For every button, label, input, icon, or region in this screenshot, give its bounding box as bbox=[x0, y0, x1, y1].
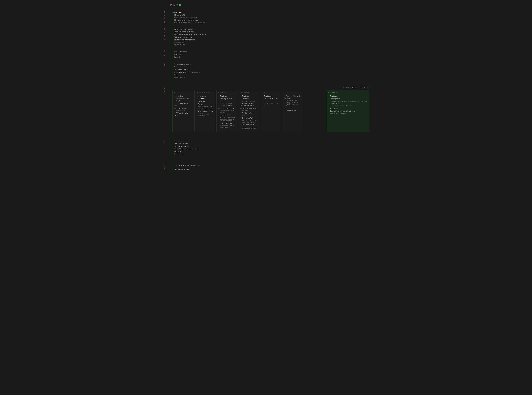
hp-col-2-title: BAR / HAPPY HOUR bbox=[196, 92, 214, 94]
hp-c1-i4: See TLT in action bbox=[174, 107, 192, 110]
visitor-guide-label: VISITOR GUIDE bbox=[163, 26, 166, 42]
hp-col-bar: BAR / HAPPY HOUR Hero image Buy ticket D… bbox=[195, 90, 215, 132]
faq-bottom-sidebar: FAQ bbox=[163, 138, 170, 158]
hp-c5-buy[interactable]: Buy ticket bbox=[262, 95, 280, 97]
page-title: HOME bbox=[170, 3, 181, 6]
faq-b-3: TLT related questions bbox=[173, 145, 369, 147]
vg-item-3: Non-Travel Professional Groups of 20 and… bbox=[173, 33, 369, 36]
press-label: PRESS bbox=[163, 49, 166, 57]
hp-c2-buy[interactable]: Buy ticket bbox=[196, 98, 214, 100]
press-sidebar: PRESS bbox=[163, 49, 170, 61]
hp-c7-i4: Pricing table bbox=[328, 107, 368, 110]
home-content-sidebar: HOME CONTENT bbox=[163, 9, 170, 26]
hp-col-deals: DEALS Buy ticket List of available deals… bbox=[261, 90, 281, 132]
hp-c2-i3: Description bbox=[196, 100, 214, 103]
hp-c3-i6: Gallery for activities bbox=[218, 122, 236, 124]
hp-c3-buy[interactable]: Buy ticket bbox=[218, 95, 236, 97]
visitor-guide-main: Blurb + link to event website Travel Pro… bbox=[170, 26, 369, 49]
hp-c1-i5: TLT specific social media bbox=[174, 112, 192, 116]
faq-sidebar: FAQ bbox=[163, 61, 170, 81]
hp-c7-i3: Address + map bbox=[328, 103, 368, 105]
faq-bottom-section: FAQ Tickets related questions Visit rela… bbox=[163, 138, 369, 158]
faq-b-4: Group & Event rental related questions bbox=[173, 148, 369, 150]
page-title-row: HOME bbox=[163, 3, 369, 6]
faq-bottom-label: FAQ bbox=[163, 138, 166, 144]
faq-bottom-main: Tickets related questions Visit related … bbox=[170, 138, 369, 158]
home-content-main: Buy ticket Blurb about 360 Learn more li… bbox=[170, 9, 369, 26]
vg-item-2: Travel Professionals Information bbox=[173, 31, 369, 33]
social-block: YouTube, Instagram, Facebook, Twitter Wi… bbox=[173, 162, 369, 173]
hp-c4-buy[interactable]: Buy ticket bbox=[240, 95, 258, 97]
social-item-2: With blurb about WFST bbox=[173, 169, 369, 170]
hp-col-blog: BLOG Access to different blog categories… bbox=[282, 90, 303, 132]
faq-section-top: FAQ Tickets related questions Visit rela… bbox=[163, 61, 369, 81]
blurb-360-item: Blurb about 360 bbox=[173, 14, 369, 16]
hp-c4-i2: Description bbox=[240, 98, 258, 100]
faq-bottom-block: Tickets related questions Visit related … bbox=[173, 138, 369, 158]
buy-ticket-item[interactable]: Buy ticket bbox=[173, 11, 369, 14]
homepage-sidebar: HOMEPAGE bbox=[163, 84, 170, 136]
hp-c4-i5: Building fun facts bbox=[240, 112, 258, 114]
hp-c3-i2: Showing upcoming activities bbox=[218, 98, 236, 102]
home-content-section: HOME CONTENT Buy ticket Blurb about 360 … bbox=[163, 9, 369, 26]
hp-c2-i5: Feature cocktail (menu) bbox=[196, 108, 214, 110]
blog-item: Blog at the bottom of the homepage bbox=[173, 19, 369, 21]
hp-col-5-title: DEALS bbox=[262, 92, 280, 94]
sidebar-line-social bbox=[170, 162, 170, 173]
homepage-grid-block: < HOMEPAGE CALL TO ACTION > TLT Hero vid… bbox=[173, 84, 369, 136]
hp-c3-i4: Our Weekly activities bbox=[218, 107, 236, 110]
press-block: Media contact (form.) Media library Pres… bbox=[173, 49, 369, 61]
faq-block: Tickets related questions Visit related … bbox=[173, 61, 369, 81]
homepage-pages-grid: TLT Hero video YouTube embed video Buy t… bbox=[173, 90, 369, 132]
sidebar-line-vg bbox=[170, 26, 170, 49]
press-section: PRESS Media contact (form.) Media librar… bbox=[163, 49, 369, 61]
hp-c5-i2: List of available deals & packages bbox=[262, 98, 280, 102]
hp-col-3-title: ACTIVITIES bbox=[218, 92, 236, 94]
homepage-section: HOMEPAGE < HOMEPAGE CALL TO ACTION > TLT… bbox=[163, 84, 369, 136]
hp-col-experience: EXPERIENCE Buy ticket Description views,… bbox=[239, 90, 259, 132]
hp-c7-buy[interactable]: Buy ticket bbox=[328, 95, 368, 97]
sidebar-line-faq bbox=[170, 61, 170, 81]
sidebar-line-press bbox=[170, 49, 170, 61]
sidebar-line bbox=[170, 9, 170, 26]
hp-c6-i1: Access to different blog categories bbox=[284, 95, 302, 99]
homepage-label: HOMEPAGE bbox=[163, 84, 166, 96]
hp-col-spacer bbox=[304, 90, 326, 132]
vg-item-6: Form submission bbox=[173, 44, 369, 46]
hp-c2-i4: Pictures bbox=[196, 103, 214, 105]
home-content-label: HOME CONTENT bbox=[163, 9, 166, 25]
hp-c1-buy[interactable]: Buy ticket bbox=[174, 100, 192, 102]
home-content-block: Buy ticket Blurb about 360 Learn more li… bbox=[173, 9, 369, 26]
faq-b-5: Bill question bbox=[173, 151, 369, 153]
hp-c2-i6: Join us for Happy Hour bbox=[196, 110, 214, 113]
press-item-1: Media contact (form.) bbox=[173, 51, 369, 53]
vg-item-1: Blurb + link to event website bbox=[173, 28, 369, 30]
faq-b-2: Visit related questions bbox=[173, 143, 369, 145]
page-wrapper: HOME HOME CONTENT Buy ticket Blurb about… bbox=[163, 3, 369, 173]
faq-item-3: TLT related questions bbox=[173, 69, 369, 71]
hp-col-7-title: VISIT / INFO bbox=[328, 92, 368, 94]
press-item-2: Media library bbox=[173, 54, 369, 55]
vg-item-4: Visit segments specific info bbox=[173, 36, 369, 38]
press-main: Media contact (form.) Media library Pres… bbox=[170, 49, 369, 61]
hp-col-tlt: TLT Hero video YouTube embed video Buy t… bbox=[173, 90, 193, 132]
faq-item-4: Group & Event rental related questions bbox=[173, 71, 369, 73]
homepage-main: < HOMEPAGE CALL TO ACTION > TLT Hero vid… bbox=[170, 84, 369, 136]
vg-item-5: Practical information for groups bbox=[173, 39, 369, 41]
cta-label: < HOMEPAGE CALL TO ACTION > bbox=[342, 86, 369, 89]
blurb-360-sub: Learn more linking to additional content bbox=[173, 17, 369, 19]
social-sidebar: SOCIAL bbox=[163, 162, 170, 173]
blog-sub: What's hot — latest stories + link to th… bbox=[173, 22, 369, 23]
hp-c4-i7: Blurb about 848 84 bbox=[240, 124, 258, 126]
hp-c1-i1: Hero video bbox=[174, 95, 192, 97]
faq-item-1: Tickets related questions bbox=[173, 63, 369, 65]
hp-c7-i2: Opening hours bbox=[328, 98, 368, 100]
press-item-3: Press kit bbox=[173, 56, 369, 58]
hp-c4-i3: The real Chicago neighbourhood artist bbox=[240, 103, 258, 107]
visitor-guide-block: Blurb + link to event website Travel Pro… bbox=[173, 26, 369, 49]
hp-c3-i5: Seasonal events bbox=[218, 114, 236, 116]
social-label: SOCIAL bbox=[163, 162, 166, 171]
sidebar-line-faqb bbox=[170, 138, 170, 158]
social-section: SOCIAL YouTube, Instagram, Facebook, Twi… bbox=[163, 162, 369, 173]
faq-item-5: Bill question bbox=[173, 74, 369, 76]
